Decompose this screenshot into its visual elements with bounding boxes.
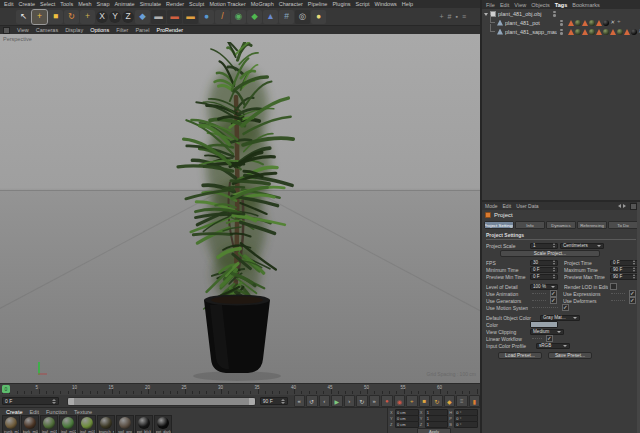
next-frame-button[interactable]: › [344,395,356,407]
apply-button[interactable]: Apply [417,428,451,433]
section-header[interactable]: Project Settings [486,232,636,240]
menu-item[interactable]: Pipeline [308,1,328,7]
mode-menu[interactable]: Mode [485,203,498,209]
current-frame-field[interactable]: 0 F [2,397,59,405]
subdivision-surface-icon[interactable]: ◉ [231,10,246,24]
spinner-icon[interactable] [551,243,555,248]
phong-tag-icon[interactable] [568,20,574,26]
viewport-menu-item[interactable]: Filter [116,27,128,33]
phong-tag-icon[interactable] [596,20,602,26]
color-swatch[interactable] [530,321,558,328]
history-forward-icon[interactable] [623,204,628,208]
render-view-icon[interactable]: ▬ [151,10,166,24]
menu-item[interactable]: Character [279,1,303,7]
scale-field[interactable]: 1 [425,421,449,428]
material-swatch[interactable]: pot_blck [135,415,153,433]
record-keyframe-button[interactable]: ● [381,395,393,407]
keyframe-rotation-toggle[interactable]: ↻ [431,395,443,407]
previous-frame-button[interactable]: ‹ [319,395,331,407]
attribute-tab[interactable]: Referencing [577,221,607,229]
attribute-tab[interactable]: Project Settings [484,221,514,229]
linear-workflow-checkbox[interactable] [546,335,553,342]
viewport-panel-icon[interactable] [3,27,10,34]
preview-min-field[interactable]: 0 F [530,274,558,280]
render-settings-icon[interactable]: ▬ [183,10,198,24]
mograph-icon[interactable]: ◆ [247,10,262,24]
goto-start-button[interactable]: « [294,395,306,407]
autokey-button[interactable]: ◉ [394,395,406,407]
goto-end-button[interactable]: » [369,395,381,407]
live-selection-icon[interactable]: ↖ [16,10,31,24]
grid-snap-icon[interactable]: # [448,13,452,20]
menu-item[interactable]: Mesh [78,1,91,7]
scale-icon[interactable]: ■ [48,10,63,24]
rotation-field[interactable]: 0 ° [454,421,478,428]
material-swatch[interactable]: leaf_m03 [78,415,96,433]
add-icon[interactable]: + [439,13,443,20]
menu-item[interactable]: Motion Tracker [209,1,245,7]
project-scale-field[interactable]: 1 [530,243,558,249]
environment-icon[interactable]: # [279,10,294,24]
save-preset-button[interactable]: Save Preset... [548,352,592,359]
viewport-3d[interactable]: Perspective Grid Spacing : 100 cm [0,34,480,383]
range-handle-left[interactable] [68,398,74,405]
user-data-menu[interactable]: User Data [516,203,539,209]
object-row-pot[interactable]: plant_481_pot [482,18,640,27]
texture-tag-icon[interactable] [603,20,609,26]
menu-item[interactable]: MoGraph [251,1,274,7]
spline-pen-icon[interactable]: / [215,10,230,24]
light-icon[interactable]: ● [311,10,326,24]
menu-item[interactable]: Plugins [332,1,350,7]
range-handle-right[interactable] [249,398,255,405]
axis-y-icon[interactable]: Y [109,11,121,23]
edit-menu[interactable]: Edit [503,203,512,209]
project-scale-unit-dropdown[interactable]: Centimeters [560,243,604,249]
spinner-icon[interactable] [279,399,285,404]
keyframe-pla-toggle[interactable]: ≡ [456,395,468,407]
menu-item[interactable]: Create [18,1,35,7]
texture-tag-icon[interactable] [589,20,595,26]
material-menu-item[interactable]: Function [46,409,67,415]
position-field[interactable]: 0 cm [395,421,419,428]
phong-tag-icon[interactable] [624,29,630,35]
maximum-time-field[interactable]: 90 F [610,267,638,273]
expander-icon[interactable] [484,13,488,18]
uvw-tag-icon[interactable] [610,20,616,26]
render-lod-checkbox[interactable] [610,283,617,290]
use-generators-checkbox[interactable] [550,297,557,304]
minimum-time-field[interactable]: 0 F [530,267,558,273]
texture-tag-icon[interactable] [603,29,609,35]
move-icon[interactable]: + [32,10,47,24]
timeline-mode-button[interactable]: ▮ [469,395,481,407]
use-deformers-checkbox[interactable] [629,297,636,304]
menu-item[interactable]: Render [166,1,184,7]
object-manager-tab[interactable]: Bookmarks [572,2,600,8]
spinner-icon[interactable] [50,399,56,404]
texture-tag-icon[interactable] [617,29,623,35]
viewport-menu-item[interactable]: Display [65,27,83,33]
attribute-tab[interactable]: Dynamics [546,221,576,229]
keyframe-parameter-toggle[interactable]: ◆ [444,395,456,407]
keyframe-scale-toggle[interactable]: ■ [419,395,431,407]
material-swatch[interactable]: soil_gro [116,415,134,433]
material-swatch[interactable]: pot_dark [154,415,172,433]
object-name[interactable]: plant_481_obj.obj [498,11,550,17]
phong-tag-icon[interactable] [582,29,588,35]
texture-tag-icon[interactable] [589,29,595,35]
menu-item[interactable]: Sculpt [189,1,204,7]
menu-item[interactable]: Script [355,1,369,7]
visibility-dots[interactable] [550,11,559,17]
menu-item[interactable]: Simulate [140,1,161,7]
material-menu-item[interactable]: Texture [74,409,92,415]
timeline-playhead[interactable]: 0 [2,385,10,393]
texture-tag-icon[interactable] [575,29,581,35]
attribute-tab[interactable]: To Do [608,221,638,229]
menu-item[interactable]: Tools [60,1,73,7]
input-color-profile-dropdown[interactable]: sRGB [536,343,570,349]
menu-item[interactable]: Windows [375,1,397,7]
phong-tag-icon[interactable] [582,20,588,26]
primitive-object-icon[interactable]: ● [199,10,214,24]
camera-label[interactable]: Perspective [3,36,32,42]
play-button[interactable]: ▶ [331,395,343,407]
object-manager-tab[interactable]: Tags [555,2,567,8]
